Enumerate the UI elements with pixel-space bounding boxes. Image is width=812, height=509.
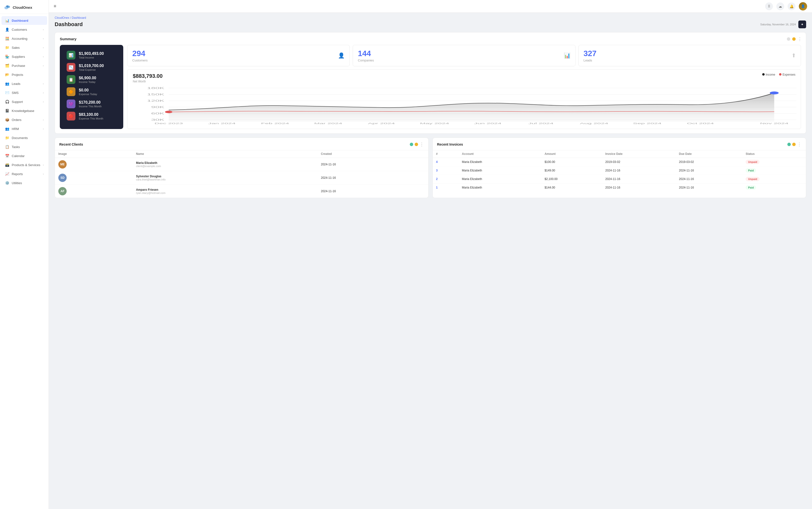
chart-panel: $883,793.00 Net Worth Income Expenses [127,69,801,129]
recent-clients-card: Recent Clients ⋮ Image Name Created [55,138,429,198]
recent-invoices-title: Recent Invoices [437,142,463,146]
col-status: Status [742,150,806,158]
main-area: ≡ ⠿ ☁ 🔔 👤 CloudOnex / Dashboard Dashboar… [49,0,812,509]
summary-title: Summary [60,37,801,41]
invoice-link-1[interactable]: 3 [436,169,438,172]
nav-icon-utilities: ⚙️ [5,181,9,185]
status-badge-3: Paid [746,185,756,190]
svg-point-2 [6,5,8,7]
nav-label-projects: Projects [12,73,23,76]
svg-text:180K: 180K [147,87,164,90]
nav-item-left: 📂 Projects [5,72,23,77]
invoice-amount-2: $2,100.00 [541,175,602,183]
sidebar-item-tasks[interactable]: 📋 Tasks [1,142,47,151]
metric-card-0: 294 Customers 👤 [127,45,350,66]
sidebar-item-products[interactable]: 🗃️ Products & Services › [1,161,47,169]
sidebar-item-orders[interactable]: 📦 Orders › [1,115,47,124]
nav-icon-suppliers: 🏪 [5,55,9,59]
recent-invoices-table: # Account Amount Invoice Date Due Date S… [433,150,806,192]
topbar-left: ≡ [54,4,56,9]
clients-dot-yellow[interactable] [415,143,418,146]
sidebar-item-support[interactable]: 🎧 Support › [1,97,47,106]
invoice-row-2: 2 Maria Elizabeth $2,100.00 2024-11-16 2… [433,175,806,183]
clients-dot-green[interactable] [410,143,413,146]
cloud-icon[interactable]: ☁ [776,2,784,10]
col-due-date: Due Date [676,150,742,158]
clients-menu[interactable]: ⋮ [420,142,424,147]
invoice-status-0: Unpaid [742,158,806,166]
bottom-sections: Recent Clients ⋮ Image Name Created [49,138,812,204]
app-logo[interactable]: CloudOnex [0,0,48,14]
sidebar-item-purchase[interactable]: 🗂️ Purchase › [1,61,47,70]
invoice-account-3: Maria Elizabeth [459,183,541,192]
metric-value-1: 144 [358,49,374,58]
breadcrumb: CloudOnex / Dashboard [55,16,806,20]
invoice-account-0: Maria Elizabeth [459,158,541,166]
summary-dot-yellow[interactable] [792,37,795,41]
client-avatar-cell-0: ME [55,158,132,171]
nav-icon-customers: 👤 [5,27,9,32]
nav-label-customers: Customers [12,28,27,31]
stat-value-3: $0.00 [79,88,97,93]
nav-label-sms: SMS [12,91,19,95]
sidebar-item-sales[interactable]: 📁 Sales › [1,43,47,52]
breadcrumb-app[interactable]: CloudOnex [55,16,69,20]
client-avatar-cell-2: AF [55,184,132,198]
nav-chevron-hrm: › [43,128,44,130]
bell-icon[interactable]: 🔔 [788,2,795,10]
nav-chevron-support: › [43,100,44,103]
invoice-account-1: Maria Elizabeth [459,166,541,175]
invoices-dot-yellow[interactable] [792,143,795,146]
nav-item-left: 📁 Sales [5,45,20,50]
summary-dot-gray[interactable] [787,37,790,41]
sidebar-item-knowledgebase[interactable]: 📓 Knowledgebase [1,106,47,115]
stat-icon-0: 📊 [67,51,75,60]
stat-value-4: $170,200.00 [79,100,101,105]
user-avatar[interactable]: 👤 [799,2,807,10]
svg-text:Apr 2024: Apr 2024 [368,122,395,125]
dots-icon[interactable]: ⠿ [765,2,773,10]
svg-text:60K: 60K [151,112,164,115]
sidebar-item-dashboard[interactable]: 📊 Dashboard [1,16,47,25]
sidebar-item-utilities[interactable]: ⚙️ Utilities [1,178,47,187]
nav-label-hrm: HRM [12,127,19,131]
invoice-link-3[interactable]: 1 [436,186,438,189]
nav-item-left: 🗂️ Purchase [5,63,25,68]
client-name-0: Maria Elizabeth [136,161,314,165]
metric-value-0: 294 [132,49,148,58]
invoice-status-3: Paid [742,183,806,192]
invoices-dot-green[interactable] [787,143,791,146]
client-row-2: AF Amparo Friesen ryan.stacy@hotmail.com… [55,184,428,198]
dashboard-icon-btn[interactable]: ✦ [798,21,806,28]
sidebar-item-calendar[interactable]: 📅 Calendar [1,151,47,160]
sidebar-item-leads[interactable]: 👥 Leads › [1,79,47,88]
sidebar-item-suppliers[interactable]: 🏪 Suppliers › [1,52,47,61]
nav-item-left: 🎧 Support [5,100,23,104]
sidebar-item-hrm[interactable]: 👥 HRM › [1,124,47,133]
svg-text:Feb 2024: Feb 2024 [261,122,289,125]
page-content: CloudOnex / Dashboard Dashboard Saturday… [49,13,812,509]
nav-chevron-sms: › [43,92,44,94]
sidebar-item-projects[interactable]: 📂 Projects [1,70,47,79]
client-name-cell-2: Amparo Friesen ryan.stacy@hotmail.com [132,184,318,198]
invoice-link-0[interactable]: 4 [436,160,438,164]
sidebar-item-sms[interactable]: ✉️ SMS › [1,88,47,97]
invoices-menu[interactable]: ⋮ [797,142,802,147]
sidebar-item-documents[interactable]: 📁 Documents [1,133,47,142]
nav-item-left: 📓 Knowledgebase [5,108,34,113]
summary-menu[interactable]: ⋮ [798,36,802,42]
stat-value-2: $6,900.00 [79,76,96,80]
nav-item-left: 📅 Calendar [5,154,25,158]
svg-text:Mar 2024: Mar 2024 [314,122,342,125]
sidebar-item-customers[interactable]: 👤 Customers › [1,25,47,34]
menu-toggle[interactable]: ≡ [54,4,56,9]
sidebar-nav: 📊 Dashboard 👤 Customers › 🧮 Accounting ›… [0,14,48,509]
stat-info-2: $6,900.00 Income Today [79,76,96,83]
invoice-link-2[interactable]: 2 [436,177,438,181]
stat-info-5: $83,100.00 Expense This Month [79,112,103,120]
sidebar-item-reports[interactable]: 📈 Reports › [1,170,47,178]
stat-label-2: Income Today [79,80,96,83]
sidebar-item-accounting[interactable]: 🧮 Accounting › [1,34,47,43]
nav-icon-hrm: 👥 [5,127,9,131]
invoice-date-0: 2019-03-02 [602,158,676,166]
